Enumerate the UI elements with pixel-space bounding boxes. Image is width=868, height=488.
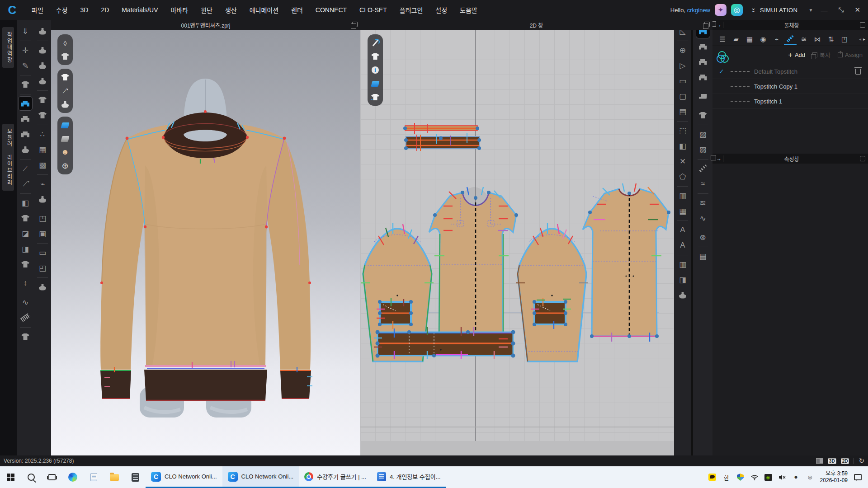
menu-render[interactable]: 렌더 <box>285 5 309 14</box>
arrange-garment-icon[interactable] <box>19 78 32 91</box>
lacing-icon[interactable]: ▤ <box>676 105 689 118</box>
start-button[interactable] <box>0 466 21 488</box>
taskbar-app-clo-1[interactable]: C CLO Network Onli... <box>146 466 222 488</box>
tab-history-window[interactable]: 작업내역창 <box>2 27 14 68</box>
menu-file[interactable]: 파일 <box>25 5 50 14</box>
fold-right-icon[interactable]: ◨ <box>19 242 32 256</box>
pattern-scale-icon[interactable]: ↕ <box>19 277 32 290</box>
menu-3d[interactable]: 3D <box>74 6 95 14</box>
tab-modular-library[interactable]: 모듈러 라이브러리 <box>2 124 14 191</box>
edit-polygon-icon[interactable]: ▷ <box>676 59 689 72</box>
scene-list-icon[interactable]: ☰ <box>716 33 729 45</box>
lock-avatar-icon[interactable] <box>36 192 49 206</box>
panel-dark-icon[interactable]: ▣ <box>36 227 49 240</box>
popout-2d-icon[interactable] <box>704 22 710 27</box>
device-icon[interactable]: ⚫ <box>792 473 800 481</box>
taskbar-app-word[interactable]: 4. 개인정보 수집이... <box>372 466 446 488</box>
topstitch-row[interactable]: ✓ Default Topstitch <box>712 64 868 79</box>
iron-icon[interactable] <box>696 89 710 103</box>
volume-muted-icon[interactable] <box>778 473 786 481</box>
segment-sewing-icon[interactable] <box>19 112 32 126</box>
show-garment-icon[interactable] <box>59 71 71 83</box>
show-sewing-icon[interactable] <box>59 85 71 97</box>
buttonhole-tab-icon[interactable]: ⌁ <box>770 33 783 45</box>
ime-korean-indicator[interactable]: 한 <box>722 473 731 481</box>
viewport-2d[interactable] <box>360 30 674 455</box>
world-gizmo-icon[interactable] <box>59 160 71 172</box>
mask-shape-icon[interactable]: ◧ <box>676 139 689 153</box>
ruler-icon[interactable] <box>19 311 32 324</box>
text-tool-icon[interactable]: A <box>676 223 689 237</box>
button-tab-icon[interactable]: ◉ <box>757 33 769 45</box>
show-avatar-icon[interactable] <box>59 99 71 110</box>
topstitch-tab-icon[interactable] <box>784 33 797 45</box>
check-sewing-icon[interactable] <box>696 70 710 84</box>
menu-settings[interactable]: 설정 <box>429 5 453 14</box>
username-link[interactable]: crkginew <box>687 7 710 14</box>
taskbar-app-chrome[interactable]: 수강후기 글쓰기 | ... <box>299 466 372 488</box>
bind-avatar-icon[interactable] <box>36 280 49 294</box>
menu-2d[interactable]: 2D <box>94 6 115 14</box>
reset-view-icon[interactable]: ↻ <box>859 457 864 465</box>
edge-icon[interactable] <box>62 466 83 488</box>
fold-left-icon[interactable]: ◪ <box>19 227 32 240</box>
refit-shirt-icon[interactable] <box>19 258 32 271</box>
rectangle-icon[interactable]: ▭ <box>676 74 689 88</box>
sync-paused-icon[interactable]: ⊗ <box>806 473 814 481</box>
segment-sewing-2d-icon[interactable] <box>696 40 710 53</box>
clo-set-app-icon[interactable] <box>731 4 743 16</box>
copy-topstitch-button[interactable]: 복사 <box>812 51 830 59</box>
seam-select-icon[interactable]: ⬚ <box>676 124 689 137</box>
trim-tab-icon[interactable]: ◳ <box>838 33 851 45</box>
avatar-move-icon[interactable] <box>36 43 49 57</box>
taskbar-clock[interactable]: 오후 3:59 2026-01-09 <box>820 470 848 484</box>
panel-light-icon[interactable]: ◳ <box>36 211 49 225</box>
avatar-checker-icon[interactable]: ▦ <box>36 143 49 156</box>
texture-checker-icon[interactable]: ▩ <box>36 158 49 172</box>
avatar-pattern-icon[interactable] <box>676 288 689 302</box>
split-view-icon[interactable] <box>816 458 823 464</box>
import-garment-icon[interactable]: ⇓ <box>19 24 32 38</box>
popout-object-icon[interactable] <box>860 22 865 28</box>
fabric-tab-icon[interactable]: ▰ <box>730 33 742 45</box>
dashed-line-icon[interactable]: ≈ <box>696 177 710 191</box>
defender-icon[interactable] <box>736 473 745 481</box>
panel-flat-icon[interactable]: ▭ <box>36 246 49 259</box>
trace-outline-icon[interactable]: ⬠ <box>676 170 689 183</box>
edit-curve-icon[interactable]: ✎ <box>19 59 32 72</box>
select-shirt-icon[interactable] <box>696 108 710 122</box>
puckering-seg-icon[interactable]: ≋ <box>696 196 710 210</box>
file-explorer-icon[interactable] <box>104 466 125 488</box>
menu-edit[interactable]: 수정 <box>50 5 74 14</box>
menu-production[interactable]: 생산 <box>219 5 243 14</box>
md-wand-icon[interactable] <box>715 4 726 16</box>
garment-snap-icon[interactable] <box>59 51 71 62</box>
close-button[interactable]: ✕ <box>851 6 863 14</box>
avatar-hand-icon[interactable] <box>36 74 49 88</box>
menu-materials-uv[interactable]: Materials/UV <box>115 6 164 14</box>
arrange-point-icon[interactable]: ◰ <box>36 261 49 275</box>
restore-button[interactable]: ⤡ <box>835 6 847 14</box>
free-sewing-icon[interactable] <box>19 127 32 141</box>
pattern-canvas[interactable] <box>360 30 674 455</box>
calculator-icon[interactable] <box>125 466 146 488</box>
view-cube-icon[interactable] <box>59 37 71 49</box>
fabric-gray-icon[interactable] <box>59 133 71 145</box>
bond-skive-icon[interactable]: ⊗ <box>696 230 710 244</box>
puckering-tab-icon[interactable] <box>797 33 810 45</box>
checker-shirt-icon[interactable]: ▨ <box>696 143 710 156</box>
texture-shirt-icon[interactable]: ▨ <box>696 127 710 141</box>
toggle-2d-view[interactable]: 2D <box>841 458 849 464</box>
zipper-tab-icon[interactable]: ⇅ <box>825 33 837 45</box>
notification-center-icon[interactable] <box>854 473 862 481</box>
bow-tab-icon[interactable]: ⋈ <box>811 33 824 45</box>
text-style-icon[interactable]: A <box>676 239 689 252</box>
seam-tape-icon[interactable]: ▦ <box>676 204 689 218</box>
info-icon[interactable] <box>369 64 381 76</box>
pin-to-avatar-icon[interactable] <box>19 177 32 191</box>
avatar-joint-icon[interactable] <box>36 59 49 72</box>
menu-fabric[interactable]: 원단 <box>194 5 219 14</box>
toggle-3d-view[interactable]: 3D <box>828 458 836 464</box>
needle-icon[interactable] <box>369 37 381 49</box>
avatar-skin-icon[interactable] <box>59 146 71 158</box>
